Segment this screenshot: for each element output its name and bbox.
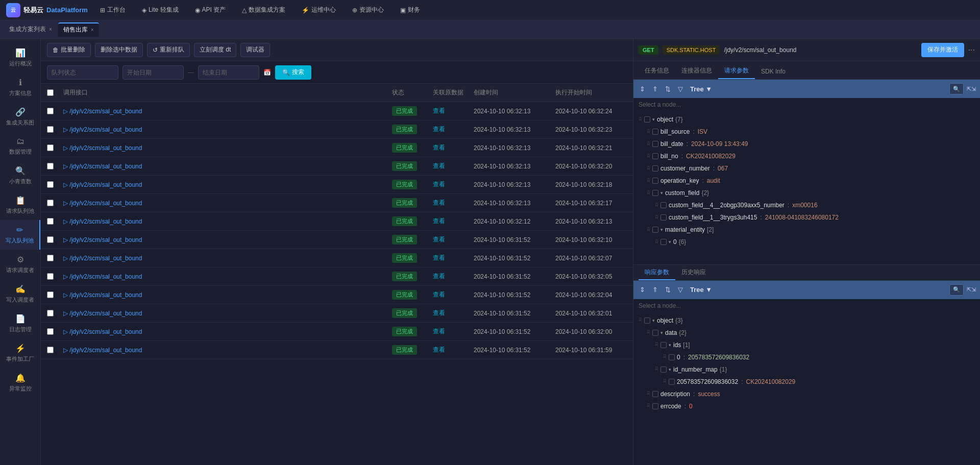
row-interface[interactable]: ▷ /jdy/v2/scm/sal_out_bound xyxy=(59,144,388,152)
view-button[interactable]: 查看 xyxy=(433,199,445,206)
start-date-input[interactable] xyxy=(122,65,184,80)
node-checkbox[interactable] xyxy=(652,153,658,159)
node-checkbox[interactable] xyxy=(652,165,658,172)
tab-sdk-info[interactable]: SDK Info xyxy=(755,65,792,79)
tree-node[interactable]: ⠿ bill_no:CK202410082029 xyxy=(633,150,980,162)
debug-button[interactable]: 调试器 xyxy=(240,43,270,57)
tree-node[interactable]: ⠿ ▾data {2} xyxy=(633,327,980,339)
request-tree-expand[interactable]: ⇱⇲ xyxy=(967,86,976,92)
sort-icon[interactable]: ⇅ xyxy=(663,84,673,94)
row-interface[interactable]: ▷ /jdy/v2/scm/sal_out_bound xyxy=(59,108,388,115)
row-checkbox[interactable] xyxy=(47,273,54,280)
tree-node[interactable]: ⠿ ▾material_entity [2] xyxy=(633,224,980,236)
view-button[interactable]: 查看 xyxy=(433,254,445,261)
sidebar-item-plan-info[interactable]: ℹ 方案信息 xyxy=(0,72,40,102)
view-button[interactable]: 查看 xyxy=(433,273,445,280)
node-checkbox[interactable] xyxy=(652,330,658,336)
view-button[interactable]: 查看 xyxy=(433,346,445,353)
row-checkbox[interactable] xyxy=(47,200,54,206)
tree-node[interactable]: ⠿ bill_source:ISV xyxy=(633,126,980,138)
nav-api[interactable]: ◉ API 资产 xyxy=(191,4,230,16)
sidebar-item-log-management[interactable]: 📄 日志管理 xyxy=(0,309,40,338)
sidebar-item-request-scheduler[interactable]: ⚙ 请求调度者 xyxy=(0,250,40,279)
request-tree-search[interactable]: 🔍 xyxy=(949,83,964,94)
more-options-button[interactable]: ··· xyxy=(968,45,975,55)
schedule-button[interactable]: 立刻调度 dt xyxy=(194,43,236,57)
node-checkbox[interactable] xyxy=(652,391,658,397)
view-button[interactable]: 查看 xyxy=(433,181,445,188)
row-checkbox[interactable] xyxy=(47,108,54,114)
node-checkbox[interactable] xyxy=(660,366,667,373)
view-button[interactable]: 查看 xyxy=(433,236,445,243)
tab-connector-info[interactable]: 连接器信息 xyxy=(675,63,718,79)
resp-expand-all-icon[interactable]: ⇕ xyxy=(638,285,647,295)
node-checkbox[interactable] xyxy=(652,227,658,233)
node-checkbox[interactable] xyxy=(652,141,658,147)
sidebar-item-query-stats[interactable]: 🔍 小青查数 xyxy=(0,161,40,190)
tree-node[interactable]: ⠿ 0:205783572609836032 xyxy=(633,351,980,363)
tree-node[interactable]: ⠿ ▾0 {6} xyxy=(633,236,980,248)
row-checkbox[interactable] xyxy=(47,126,54,133)
nav-lite[interactable]: ◈ Lite 轻集成 xyxy=(138,4,183,16)
node-checkbox[interactable] xyxy=(660,342,667,348)
sidebar-item-event-factory[interactable]: ⚡ 事件加工厂 xyxy=(0,338,40,368)
row-interface[interactable]: ▷ /jdy/v2/scm/sal_out_bound xyxy=(59,200,388,207)
delete-selected-button[interactable]: 删除选中数据 xyxy=(95,43,143,57)
sidebar-item-anomaly-monitor[interactable]: 🔔 异常监控 xyxy=(0,368,40,398)
tree-node[interactable]: ⠿ errcode:0 xyxy=(633,400,980,412)
batch-delete-button[interactable]: 🗑 批量删除 xyxy=(47,43,91,57)
row-checkbox[interactable] xyxy=(47,347,54,353)
tree-node[interactable]: ⠿ ▾object {7} xyxy=(633,113,980,126)
node-checkbox[interactable] xyxy=(660,202,667,208)
collapse-icon[interactable]: ⇑ xyxy=(650,84,660,94)
row-interface[interactable]: ▷ /jdy/v2/scm/sal_out_bound xyxy=(59,218,388,225)
node-checkbox[interactable] xyxy=(652,129,658,135)
row-checkbox[interactable] xyxy=(47,328,54,335)
row-checkbox[interactable] xyxy=(47,236,54,243)
sidebar-item-overview[interactable]: 📊 运行概况 xyxy=(0,43,40,72)
tree-node[interactable]: ⠿ custom_field__4__2obgp309axx5_number:x… xyxy=(633,199,980,211)
node-checkbox[interactable] xyxy=(644,116,650,123)
nav-workbench[interactable]: ⊞ 工作台 xyxy=(96,4,130,16)
row-interface[interactable]: ▷ /jdy/v2/scm/sal_out_bound xyxy=(59,310,388,317)
nav-resources[interactable]: ⊕ 资源中心 xyxy=(348,4,388,16)
row-interface[interactable]: ▷ /jdy/v2/scm/sal_out_bound xyxy=(59,328,388,335)
row-checkbox[interactable] xyxy=(47,291,54,298)
node-checkbox[interactable] xyxy=(652,178,658,184)
row-checkbox[interactable] xyxy=(47,181,54,188)
nav-finance[interactable]: ▣ 财务 xyxy=(396,4,424,16)
tree-node[interactable]: ⠿ ▾ids [1] xyxy=(633,339,980,351)
resp-collapse-icon[interactable]: ⇑ xyxy=(650,285,660,295)
view-button[interactable]: 查看 xyxy=(433,162,445,169)
row-interface[interactable]: ▷ /jdy/v2/scm/sal_out_bound xyxy=(59,236,388,243)
node-checkbox[interactable] xyxy=(669,354,675,360)
tree-node[interactable]: ⠿ 205783572609836032:CK202410082029 xyxy=(633,376,980,388)
save-activate-button[interactable]: 保存并激活 xyxy=(921,43,964,57)
sidebar-item-data-management[interactable]: 🗂 数据管理 xyxy=(0,132,40,161)
row-checkbox[interactable] xyxy=(47,255,54,261)
sidebar-item-relation-graph[interactable]: 🔗 集成关系图 xyxy=(0,102,40,132)
tree-node[interactable]: ⠿ operation_key:audit xyxy=(633,175,980,187)
sidebar-item-write-queue[interactable]: ✏ 写入队列池 xyxy=(0,220,40,250)
row-checkbox[interactable] xyxy=(47,310,54,316)
response-tree-expand[interactable]: ⇱⇲ xyxy=(967,286,976,293)
tree-node[interactable]: ⠿ bill_date:2024-10-09 13:43:49 xyxy=(633,138,980,150)
sidebar-item-write-scheduler[interactable]: ✍ 写入调度者 xyxy=(0,279,40,309)
view-button[interactable]: 查看 xyxy=(433,328,445,335)
search-button[interactable]: 🔍 搜索 xyxy=(275,65,311,80)
node-checkbox[interactable] xyxy=(652,190,658,196)
select-all-checkbox[interactable] xyxy=(47,89,54,96)
resp-filter-icon[interactable]: ▽ xyxy=(676,285,685,295)
view-button[interactable]: 查看 xyxy=(433,217,445,225)
tree-node[interactable]: ⠿ ▾id_number_map {1} xyxy=(633,363,980,376)
row-checkbox[interactable] xyxy=(47,163,54,169)
tree-node[interactable]: ⠿ description:success xyxy=(633,388,980,400)
tab-integration-list[interactable]: 集成方案列表 × xyxy=(4,22,57,37)
tree-node[interactable]: ⠿ custom_field__1__3trygs3uh415:241008-0… xyxy=(633,211,980,224)
row-checkbox[interactable] xyxy=(47,218,54,225)
sidebar-item-request-queue[interactable]: 📋 请求队列池 xyxy=(0,190,40,220)
tab-history-response[interactable]: 历史响应 xyxy=(675,265,712,280)
filter-icon[interactable]: ▽ xyxy=(676,84,685,94)
node-checkbox[interactable] xyxy=(669,379,675,385)
row-interface[interactable]: ▷ /jdy/v2/scm/sal_out_bound xyxy=(59,291,388,299)
